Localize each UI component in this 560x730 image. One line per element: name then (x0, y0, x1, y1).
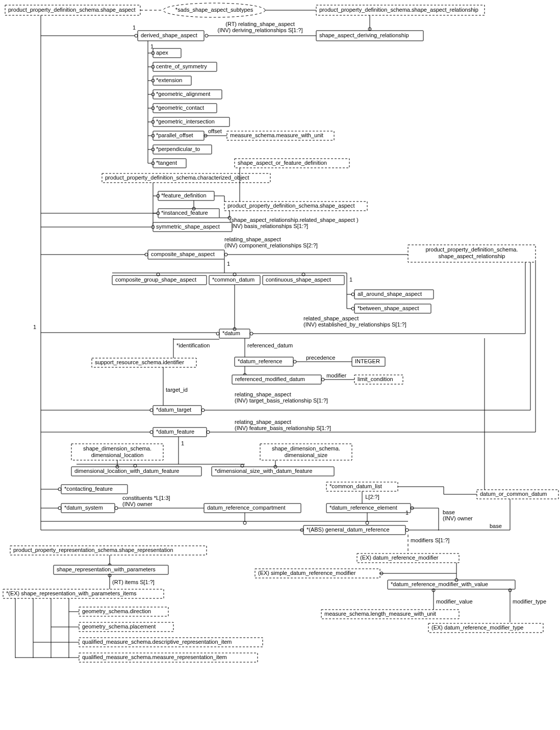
svg-text:*between_shape_aspect: *between_shape_aspect (358, 305, 419, 311)
svg-text:(INV) target_basis_relationshi: (INV) target_basis_relationship S[1:?] (235, 397, 328, 404)
svg-text:relating_shape_aspect: relating_shape_aspect (235, 419, 291, 425)
svg-text:(INV) basis_relationships S[1:: (INV) basis_relationships S[1:?] (230, 223, 308, 229)
svg-point-14 (135, 34, 138, 37)
svg-point-192 (366, 521, 369, 524)
svg-text:*dimensional_size_with_datum_f: *dimensional_size_with_datum_feature (215, 468, 312, 474)
svg-point-6 (205, 34, 208, 37)
svg-text:qualified_measure_schema.descr: qualified_measure_schema.descriptive_rep… (82, 639, 232, 645)
svg-text:*instanced_feature: *instanced_feature (161, 210, 208, 216)
svg-text:*datum_reference: *datum_reference (238, 358, 282, 364)
svg-text:1: 1 (33, 324, 36, 330)
svg-text:support_resource_schema.identi: support_resource_schema.identifier (95, 359, 184, 365)
svg-text:*parallel_offset: *parallel_offset (156, 132, 193, 138)
svg-text:modifier: modifier (326, 372, 346, 379)
svg-text:*geometric_alignment: *geometric_alignment (156, 91, 210, 97)
svg-text:datum_reference_compartment: datum_reference_compartment (207, 505, 285, 511)
svg-text:*datum_reference_element: *datum_reference_element (329, 505, 397, 511)
svg-text:modifiers S[1:?]: modifiers S[1:?] (411, 537, 449, 543)
svg-text:measure_schema.length_measure_: measure_schema.length_measure_with_unit (324, 611, 436, 617)
svg-text:1: 1 (181, 440, 184, 446)
svg-text:product_property_representatio: product_property_representation_schema.s… (13, 547, 173, 553)
svg-text:shape_aspect_deriving_relation: shape_aspect_deriving_relationship (319, 32, 409, 38)
svg-text:*datum_feature: *datum_feature (156, 429, 194, 435)
svg-text:1: 1 (227, 261, 230, 267)
svg-text:*datum: *datum (222, 330, 240, 336)
svg-point-191 (243, 521, 246, 524)
svg-text:symmetric_shape_aspect: symmetric_shape_aspect (156, 223, 220, 230)
svg-text:*sads_shape_aspect_subtypes: *sads_shape_aspect_subtypes (175, 7, 253, 13)
svg-text:*datum_reference_modifier_with: *datum_reference_modifier_with_value (391, 581, 488, 587)
svg-point-176 (115, 507, 118, 510)
svg-text:base: base (490, 523, 502, 529)
svg-text:shape_representation_with_para: shape_representation_with_parameters (57, 566, 156, 572)
svg-text:shape_dimension_schema.: shape_dimension_schema. (83, 445, 151, 451)
svg-text:datum_or_common_datum: datum_or_common_datum (480, 491, 547, 497)
svg-text:geometry_schema.direction: geometry_schema.direction (82, 608, 151, 614)
svg-text:shape_aspect_or_feature_defini: shape_aspect_or_feature_definition (238, 160, 327, 166)
svg-text:referenced_modified_datum: referenced_modified_datum (235, 376, 305, 382)
svg-point-134 (201, 409, 205, 412)
svg-point-142 (207, 431, 210, 434)
svg-text:*(ABS) general_datum_reference: *(ABS) general_datum_reference (307, 526, 390, 533)
svg-text:modifier_value: modifier_value (436, 598, 473, 605)
svg-text:composite_shape_aspect: composite_shape_aspect (151, 251, 215, 257)
svg-text:*common_datum: *common_datum (212, 276, 254, 283)
svg-text:(INV) component_relationships : (INV) component_relationships S[2:?] (224, 242, 318, 248)
svg-text:base: base (443, 509, 455, 515)
svg-text:measure_schema.measure_with_un: measure_schema.measure_with_unit (230, 132, 323, 138)
svg-text:limit_condition: limit_condition (358, 376, 393, 382)
svg-text:product_property_definition_sc: product_property_definition_schema.shape… (8, 7, 136, 13)
svg-text:apex: apex (156, 49, 168, 56)
svg-text:related_shape_aspect: related_shape_aspect (303, 315, 359, 321)
svg-text:*extension: *extension (156, 77, 182, 83)
svg-text:relating_shape_aspect: relating_shape_aspect (224, 236, 281, 242)
svg-text:qualified_measure_schema.measu: qualified_measure_schema.measure_represe… (82, 654, 227, 660)
svg-text:*contacting_feature: *contacting_feature (64, 486, 113, 492)
svg-text:continuous_shape_aspect: continuous_shape_aspect (266, 276, 331, 283)
svg-text:1: 1 (133, 24, 136, 31)
svg-text:product_property_definition_sc: product_property_definition_schema.chara… (105, 174, 249, 181)
svg-text:(INV) deriving_relationships S: (INV) deriving_relationships S[1:?] (218, 27, 303, 33)
svg-text:*datum_target: *datum_target (156, 407, 191, 413)
svg-text:*feature_definition: *feature_definition (161, 192, 207, 198)
svg-text:referenced_datum: referenced_datum (247, 342, 293, 348)
svg-text:(INV) owner: (INV) owner (443, 515, 473, 521)
svg-text:(shape_aspect_relationship.rel: (shape_aspect_relationship.related_shape… (230, 217, 359, 223)
svg-text:(EX) datum_reference_modifier_: (EX) datum_reference_modifier_type (431, 624, 523, 631)
svg-text:1: 1 (405, 510, 409, 516)
svg-text:*geometric_contact: *geometric_contact (156, 105, 204, 111)
svg-point-118 (293, 360, 296, 363)
svg-text:L[2:?]: L[2:?] (365, 494, 379, 500)
svg-text:dimensional_location_with_datu: dimensional_location_with_datum_feature (74, 468, 179, 474)
svg-point-105 (250, 332, 253, 335)
svg-point-79 (224, 253, 227, 256)
svg-text:dimensional_location: dimensional_location (91, 452, 144, 458)
svg-text:*perpendicular_to: *perpendicular_to (156, 146, 200, 152)
svg-text:all_around_shape_aspect: all_around_shape_aspect (358, 291, 422, 297)
svg-text:modifier_type: modifier_type (513, 598, 546, 605)
svg-text:(INV) feature_basis_relationsh: (INV) feature_basis_relationship S[1:?] (235, 425, 331, 431)
svg-text:*common_datum_list: *common_datum_list (329, 483, 382, 489)
svg-text:precedence: precedence (306, 355, 336, 361)
svg-text:1: 1 (349, 276, 352, 283)
svg-text:dimensional_size: dimensional_size (285, 452, 327, 458)
svg-text:(RT) items S[1:?]: (RT) items S[1:?] (112, 579, 155, 585)
svg-text:derived_shape_aspect: derived_shape_aspect (141, 32, 197, 38)
svg-text:(INV) established_by_relations: (INV) established_by_relationships S[1:?… (303, 321, 406, 328)
svg-text:centre_of_symmetry: centre_of_symmetry (156, 63, 207, 69)
svg-text:composite_group_shape_aspect: composite_group_shape_aspect (115, 276, 196, 283)
svg-text:(EX) datum_reference_modifier: (EX) datum_reference_modifier (360, 555, 439, 561)
svg-text:shape_aspect_relationship: shape_aspect_relationship (439, 253, 505, 259)
svg-text:product_property_definition_sc: product_property_definition_schema.shape… (227, 203, 355, 209)
svg-text:*geometric_intersection: *geometric_intersection (156, 118, 215, 124)
svg-text:geometry_schema.placement: geometry_schema.placement (82, 623, 156, 630)
svg-text:*datum_system: *datum_system (64, 505, 103, 511)
svg-text:(RT) relating_shape_aspect: (RT) relating_shape_aspect (225, 21, 295, 27)
svg-text:*identification: *identification (176, 342, 210, 348)
svg-text:product_property_definition_sc: product_property_definition_schema. (425, 246, 518, 253)
svg-text:offset: offset (208, 128, 222, 134)
svg-text:(EX) simple_datum_reference_mo: (EX) simple_datum_reference_modifier (258, 570, 356, 576)
express-g-diagram: product_property_definition_schema.shape… (0, 0, 560, 730)
svg-text:(INV) owner: (INV) owner (122, 501, 152, 507)
svg-point-108 (216, 332, 219, 335)
